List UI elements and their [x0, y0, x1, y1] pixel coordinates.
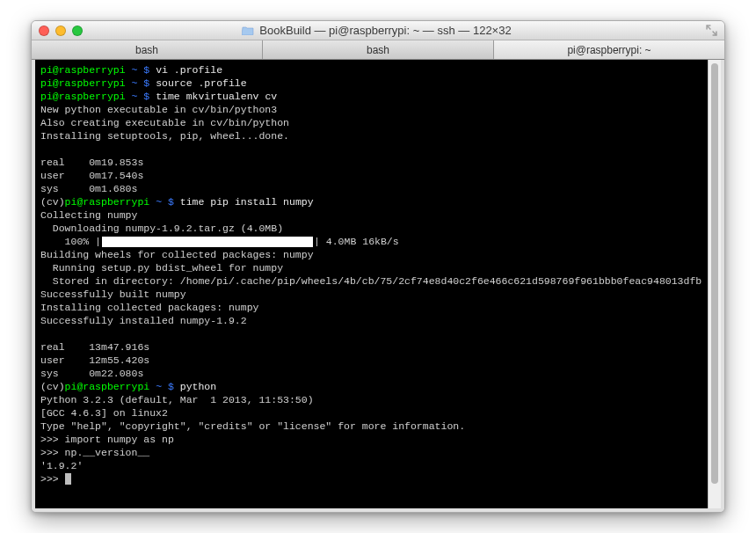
- prompt-venv: (cv): [40, 196, 65, 208]
- tab-bash-2[interactable]: bash: [263, 40, 494, 59]
- cmd: time pip install numpy: [180, 196, 314, 208]
- py-prompt: >>>: [40, 447, 65, 458]
- py-cmd: np.__version__: [65, 447, 150, 458]
- prompt-sep: $: [143, 91, 149, 102]
- prompt-path: ~: [132, 91, 138, 102]
- prompt-sep: $: [143, 77, 149, 89]
- py-output: '1.9.2': [40, 460, 83, 471]
- cmd: python: [180, 381, 216, 392]
- prompt-path: ~: [132, 77, 138, 89]
- tab-bash-1[interactable]: bash: [32, 40, 263, 59]
- output-line: real 0m19.853s: [40, 157, 143, 168]
- output-line: Stored in directory: /home/pi/.cache/pip…: [40, 275, 701, 287]
- prompt-userhost: pi@raspberrypi: [65, 381, 150, 392]
- prompt-path: ~: [156, 381, 162, 392]
- output-line: Also creating executable in cv/bin/pytho…: [40, 117, 289, 128]
- prompt-path: ~: [132, 64, 138, 76]
- terminal-wrap: pi@raspberrypi ~ $ vi .profile pi@raspbe…: [32, 60, 724, 512]
- tab-label: bash: [135, 44, 158, 56]
- output-line: Python 3.2.3 (default, Mar 1 2013, 11:53…: [40, 394, 314, 405]
- output-line: Successfully installed numpy-1.9.2: [40, 315, 247, 326]
- titlebar[interactable]: BookBuild — pi@raspberrypi: ~ — ssh — 12…: [32, 21, 724, 40]
- cursor-icon: [65, 473, 71, 485]
- terminal-window: BookBuild — pi@raspberrypi: ~ — ssh — 12…: [31, 20, 725, 513]
- py-prompt: >>>: [40, 434, 65, 445]
- folder-icon: [242, 26, 254, 35]
- output-line: [GCC 4.6.3] on linux2: [40, 407, 168, 419]
- prompt-userhost: pi@raspberrypi: [40, 77, 126, 89]
- tab-label: pi@raspberrypi: ~: [567, 44, 651, 56]
- scrollbar[interactable]: [708, 60, 721, 508]
- output-line: Type "help", "copyright", "credits" or "…: [40, 420, 465, 432]
- cmd: vi .profile: [156, 64, 222, 76]
- output-line: Running setup.py bdist_wheel for numpy: [40, 262, 283, 274]
- output-line: Collecting numpy: [40, 209, 137, 221]
- prompt-path: ~: [156, 196, 162, 208]
- cmd: source .profile: [156, 77, 247, 89]
- output-line: Building wheels for collected packages: …: [40, 249, 314, 260]
- scrollbar-thumb[interactable]: [711, 63, 718, 484]
- tab-label: bash: [367, 44, 389, 56]
- output-line: Successfully built numpy: [40, 288, 186, 300]
- prompt-sep: $: [143, 64, 149, 76]
- tab-bar: bash bash pi@raspberrypi: ~: [32, 40, 724, 60]
- prompt-sep: $: [168, 196, 174, 208]
- output-line: real 13m47.916s: [40, 341, 149, 353]
- prompt-sep: $: [168, 381, 174, 392]
- output-line: sys 0m1.680s: [40, 183, 137, 194]
- output-line: user 0m17.540s: [40, 170, 143, 181]
- output-line: 100% |: [40, 236, 101, 247]
- output-line: | 4.0MB 16kB/s: [314, 236, 399, 247]
- output-line: Downloading numpy-1.9.2.tar.gz (4.0MB): [40, 223, 283, 234]
- cmd: time mkvirtualenv cv: [156, 91, 277, 102]
- output-line: user 12m55.420s: [40, 354, 149, 366]
- window-title: BookBuild — pi@raspberrypi: ~ — ssh — 12…: [47, 24, 706, 37]
- window-title-text: BookBuild — pi@raspberrypi: ~ — ssh — 12…: [259, 24, 511, 37]
- output-line: sys 0m22.080s: [40, 368, 143, 379]
- prompt-userhost: pi@raspberrypi: [65, 196, 150, 208]
- tab-ssh[interactable]: pi@raspberrypi: ~: [494, 40, 724, 59]
- py-prompt: >>>: [40, 473, 65, 485]
- terminal[interactable]: pi@raspberrypi ~ $ vi .profile pi@raspbe…: [35, 60, 708, 508]
- expand-icon[interactable]: [706, 25, 717, 36]
- prompt-userhost: pi@raspberrypi: [40, 64, 126, 76]
- output-line: Installing collected packages: numpy: [40, 302, 258, 313]
- prompt-venv: (cv): [40, 381, 65, 392]
- prompt-userhost: pi@raspberrypi: [40, 91, 126, 102]
- progress-bar: [102, 237, 313, 247]
- py-cmd: import numpy as np: [65, 434, 174, 445]
- output-line: Installing setuptools, pip, wheel...done…: [40, 130, 289, 142]
- output-line: New python executable in cv/bin/python3: [40, 104, 277, 115]
